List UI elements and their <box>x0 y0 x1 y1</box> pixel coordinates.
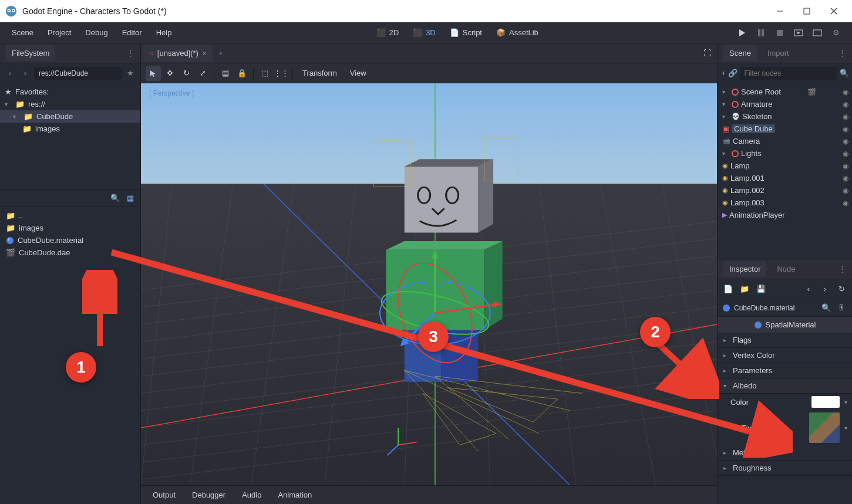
folder-cubedude[interactable]: ▾📁CubeDude <box>0 110 140 123</box>
cube-icon[interactable]: ⬚ <box>257 66 272 81</box>
dropdown-icon[interactable]: ▾ <box>844 425 847 431</box>
svg-rect-6 <box>804 8 810 14</box>
scale-tool-icon[interactable]: ⤢ <box>195 66 210 81</box>
folder-res[interactable]: ▾📁res:// <box>0 98 140 110</box>
clapper-icon[interactable]: 🎬 <box>807 88 816 96</box>
render-settings-icon[interactable]: ⚙ <box>830 26 843 39</box>
move-tool-icon[interactable]: ✥ <box>162 66 177 81</box>
history-forward-icon[interactable]: › <box>819 283 831 295</box>
dropdown-icon[interactable]: ▾ <box>844 399 847 405</box>
audio-tab[interactable]: Audio <box>235 488 268 502</box>
folder-images[interactable]: 📁images <box>0 123 140 135</box>
menu-debug[interactable]: Debug <box>78 25 115 40</box>
file-material[interactable]: CubeDube.material <box>0 234 140 246</box>
panel-menu-icon[interactable]: ⋮ <box>127 49 134 57</box>
search-icon[interactable]: 🔍 <box>109 192 122 205</box>
scene-tab-unsaved[interactable]: ○ [unsaved](*) × <box>143 45 213 62</box>
select-tool-icon[interactable] <box>146 66 161 81</box>
menu-project[interactable]: Project <box>41 25 78 40</box>
visibility-icon[interactable]: ◉ <box>843 187 848 195</box>
mode-2d-button[interactable]: ⬛2D <box>371 26 405 39</box>
visibility-icon[interactable]: ◉ <box>843 137 848 146</box>
minimize-button[interactable] <box>766 2 793 20</box>
history-icon[interactable]: ↻ <box>836 283 847 295</box>
node-lamp[interactable]: ◉Lamp◉ <box>718 160 852 172</box>
visibility-icon[interactable]: ◉ <box>843 174 848 182</box>
view-menu[interactable]: View <box>344 66 372 80</box>
node-scene-root[interactable]: ▾Scene Root🎬◉ <box>718 86 852 98</box>
node-animationplayer[interactable]: ▶AnimationPlayer <box>718 209 852 221</box>
panel-menu-icon[interactable]: ⋮ <box>838 265 846 273</box>
color-picker[interactable] <box>811 396 840 408</box>
node-cubedube[interactable]: ▣Cube Dube◉ <box>718 123 852 135</box>
node-lights[interactable]: ▾Lights◉ <box>718 147 852 160</box>
pause-button[interactable] <box>755 26 767 39</box>
mode-assetlib-button[interactable]: 📦AssetLib <box>490 26 544 39</box>
grid-view-icon[interactable]: ▦ <box>124 192 137 205</box>
visibility-icon[interactable]: ◉ <box>843 199 848 207</box>
filesystem-tab[interactable]: FileSystem <box>6 45 55 61</box>
debugger-tab[interactable]: Debugger <box>185 488 233 502</box>
node-lamp1[interactable]: ◉Lamp.001◉ <box>718 172 852 184</box>
file-images[interactable]: 📁images <box>0 222 140 234</box>
distraction-free-icon[interactable]: ⛶ <box>699 46 715 61</box>
maximize-button[interactable] <box>793 2 820 20</box>
light-icon: ◉ <box>722 162 728 170</box>
path-input[interactable]: res://CubeDude <box>34 67 122 80</box>
stop-button[interactable] <box>773 26 786 39</box>
node-camera[interactable]: 📹Camera◉ <box>718 135 852 147</box>
visibility-icon[interactable]: ◉ <box>843 88 848 96</box>
mode-3d-button[interactable]: ⬛3D <box>407 26 442 39</box>
animation-tab[interactable]: Animation <box>271 488 319 502</box>
link-icon[interactable]: 🔗 <box>728 66 737 80</box>
snap-icon[interactable]: 🔒 <box>234 66 250 81</box>
tools-icon[interactable]: 🎚 <box>836 302 847 314</box>
node-skeleton[interactable]: ▾💀Skeleton◉ <box>718 110 852 123</box>
node-lamp2[interactable]: ◉Lamp.002◉ <box>718 184 852 197</box>
menu-help[interactable]: Help <box>149 25 179 40</box>
scene-dock-tab[interactable]: Scene <box>723 45 757 61</box>
visibility-icon[interactable]: ◉ <box>843 125 848 133</box>
visibility-icon[interactable]: ◉ <box>843 113 848 121</box>
close-tab-icon[interactable]: × <box>202 49 207 58</box>
svg-marker-14 <box>797 32 800 34</box>
godot-app-icon <box>5 5 18 18</box>
visibility-icon[interactable]: ◉ <box>843 150 848 158</box>
local-space-icon[interactable]: ▤ <box>218 66 233 81</box>
rotate-tool-icon[interactable]: ↻ <box>179 66 194 81</box>
filesystem-search-input[interactable] <box>4 194 106 202</box>
search-icon[interactable]: 🔍 <box>820 302 832 314</box>
svg-marker-47 <box>405 159 493 167</box>
material-icon <box>6 236 14 245</box>
section-roughness[interactable]: ▸Roughness <box>718 461 852 476</box>
import-dock-tab[interactable]: Import <box>762 45 795 61</box>
play-custom-scene-button[interactable] <box>811 26 824 39</box>
play-button[interactable] <box>736 26 749 39</box>
nav-forward-icon[interactable]: › <box>19 67 32 80</box>
add-tab-button[interactable]: + <box>213 45 229 61</box>
add-node-icon[interactable]: + <box>721 66 726 80</box>
filter-nodes-input[interactable] <box>740 67 837 80</box>
svg-point-17 <box>8 238 10 241</box>
panel-menu-icon[interactable]: ⋮ <box>838 49 846 57</box>
search-icon[interactable]: 🔍 <box>840 66 849 80</box>
visibility-icon[interactable]: ◉ <box>843 162 848 170</box>
grid-icon[interactable]: ⋮⋮ <box>274 66 289 81</box>
texture-slot[interactable] <box>809 412 840 443</box>
favorites-item[interactable]: ★Favorites: <box>0 86 140 98</box>
node-armature[interactable]: ▾Armature◉ <box>718 98 852 110</box>
history-back-icon[interactable]: ‹ <box>803 283 814 295</box>
file-up[interactable]: 📁.. <box>0 209 140 222</box>
output-tab[interactable]: Output <box>146 488 183 502</box>
favorite-icon[interactable]: ★ <box>124 67 137 80</box>
menu-scene[interactable]: Scene <box>5 25 41 40</box>
transform-menu[interactable]: Transform <box>297 66 343 80</box>
menu-editor[interactable]: Editor <box>115 25 149 40</box>
close-button[interactable] <box>820 2 847 20</box>
play-scene-button[interactable] <box>792 26 805 39</box>
nav-back-icon[interactable]: ‹ <box>4 67 16 80</box>
mode-script-button[interactable]: 📄Script <box>444 26 488 39</box>
visibility-icon[interactable]: ◉ <box>843 100 848 109</box>
node-lamp3[interactable]: ◉Lamp.003◉ <box>718 197 852 209</box>
svg-line-80 <box>112 252 781 440</box>
